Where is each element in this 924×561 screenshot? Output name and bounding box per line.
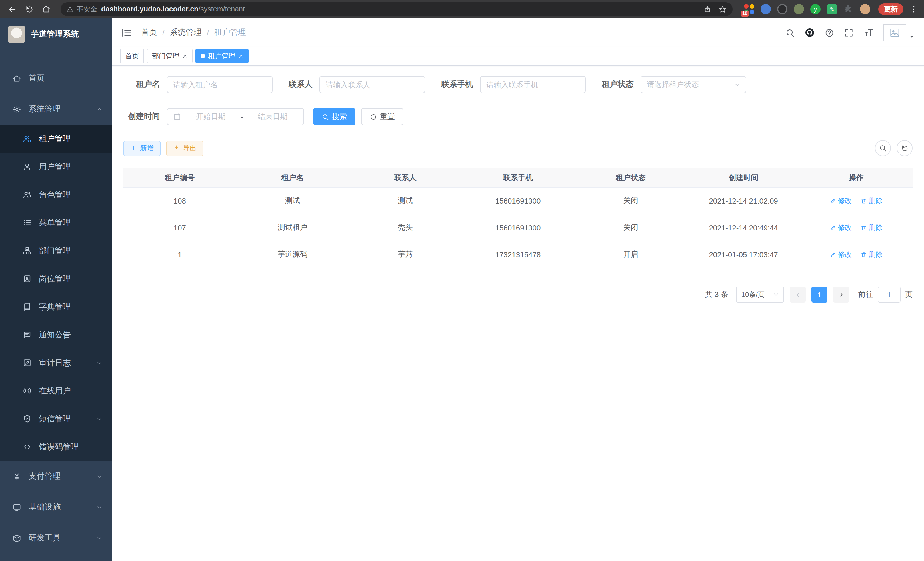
help-icon[interactable] xyxy=(825,28,834,38)
sidebar-item-error-codes[interactable]: 错误码管理 xyxy=(0,433,112,461)
app-logo[interactable]: 芋道管理系统 xyxy=(0,18,112,50)
github-icon[interactable] xyxy=(805,27,815,38)
contact-input[interactable] xyxy=(320,76,425,93)
home-icon[interactable] xyxy=(40,3,52,15)
extensions-puzzle-icon[interactable] xyxy=(843,4,854,14)
sidebar-item-label: 通知公告 xyxy=(39,330,71,340)
caret-down-icon xyxy=(909,34,915,40)
sidebar-item-departments[interactable]: 部门管理 xyxy=(0,237,112,265)
page-unit-label: 页 xyxy=(905,289,913,300)
sidebar-item-home[interactable]: 首页 xyxy=(0,63,112,94)
sidebar-item-dev-tools[interactable]: 研发工具 xyxy=(0,523,112,553)
search-button[interactable]: 搜索 xyxy=(313,108,356,125)
sidebar-item-label: 租户管理 xyxy=(39,134,71,144)
sidebar-item-dictionary[interactable]: 字典管理 xyxy=(0,293,112,321)
log-icon xyxy=(23,359,32,367)
sidebar-item-label: 研发工具 xyxy=(28,533,61,543)
chevron-up-icon xyxy=(96,106,103,113)
sidebar-item-system[interactable]: 系统管理 xyxy=(0,94,112,125)
fullscreen-icon[interactable] xyxy=(844,28,854,38)
edit-link[interactable]: 修改 xyxy=(830,223,852,232)
sidebar-item-users[interactable]: 用户管理 xyxy=(0,153,112,181)
delete-link[interactable]: 删除 xyxy=(861,196,883,206)
bookmark-star-icon[interactable] xyxy=(718,5,727,14)
toggle-search-button[interactable] xyxy=(875,140,891,156)
edit-link[interactable]: 修改 xyxy=(830,250,852,259)
address-bar[interactable]: 不安全 dashboard.yudao.iocoder.cn/system/te… xyxy=(61,2,733,16)
col-status: 租户状态 xyxy=(574,168,687,187)
font-size-icon[interactable] xyxy=(863,27,874,38)
sidebar-item-infrastructure[interactable]: 基础设施 xyxy=(0,492,112,523)
col-phone: 联系手机 xyxy=(462,168,574,187)
phone-input[interactable] xyxy=(480,76,586,93)
tab-tenant[interactable]: 租户管理 xyxy=(195,49,249,63)
back-icon[interactable] xyxy=(6,3,18,15)
trash-icon xyxy=(861,251,867,258)
sidebar-item-audit-log[interactable]: 审计日志 xyxy=(0,349,112,377)
edit-link[interactable]: 修改 xyxy=(830,196,852,206)
delete-link[interactable]: 删除 xyxy=(861,223,883,232)
tab-departments[interactable]: 部门管理 xyxy=(147,49,193,63)
export-button[interactable]: 导出 xyxy=(166,140,203,156)
sidebar-item-label: 在线用户 xyxy=(39,386,71,396)
refresh-table-button[interactable] xyxy=(897,140,913,156)
close-icon[interactable] xyxy=(238,53,243,59)
tab-home[interactable]: 首页 xyxy=(120,49,144,63)
search-icon xyxy=(879,144,887,152)
home-icon xyxy=(13,74,21,83)
goto-page-input[interactable] xyxy=(878,287,901,302)
sidebar-item-payment[interactable]: 支付管理 xyxy=(0,461,112,492)
sidebar-item-tenant[interactable]: 租户管理 xyxy=(0,125,112,153)
search-icon xyxy=(322,113,329,120)
plus-icon xyxy=(130,145,137,152)
extension-badge: 10 xyxy=(741,11,749,17)
sidebar-item-online-users[interactable]: 在线用户 xyxy=(0,377,112,405)
sidebar-item-positions[interactable]: 岗位管理 xyxy=(0,265,112,293)
breadcrumb-system[interactable]: 系统管理 xyxy=(170,27,202,38)
create-time-label: 创建时间 xyxy=(123,111,160,122)
header-search-icon[interactable] xyxy=(785,28,795,38)
delete-link[interactable]: 删除 xyxy=(861,250,883,259)
next-page-button[interactable] xyxy=(833,287,849,302)
browser-chrome: 不安全 dashboard.yudao.iocoder.cn/system/te… xyxy=(0,0,924,18)
close-icon[interactable] xyxy=(182,53,188,59)
prev-page-button[interactable] xyxy=(790,287,806,302)
security-chip[interactable]: 不安全 xyxy=(66,4,97,14)
date-range-picker[interactable]: 开始日期 - 结束日期 xyxy=(167,108,304,125)
tags-view: 首页 部门管理 租户管理 xyxy=(112,47,924,66)
breadcrumb-current: 租户管理 xyxy=(214,27,246,38)
sidebar-item-label: 岗位管理 xyxy=(39,274,71,284)
extension-olive-icon[interactable] xyxy=(794,4,804,14)
page-number-1[interactable]: 1 xyxy=(812,287,827,302)
sidebar-item-notice[interactable]: 通知公告 xyxy=(0,321,112,349)
extension-green-circle-icon[interactable]: y xyxy=(810,4,820,14)
book-icon xyxy=(23,302,32,311)
cell-phone: 15601691300 xyxy=(462,187,574,214)
reset-button[interactable]: 重置 xyxy=(361,108,404,125)
status-select[interactable]: 请选择租户状态 xyxy=(640,76,746,93)
browser-menu-icon[interactable] xyxy=(909,5,918,14)
cell-actions: 修改删除 xyxy=(800,214,913,241)
browser-update-button[interactable]: 更新 xyxy=(878,3,903,15)
page-size-select[interactable]: 10条/页 xyxy=(736,287,784,302)
breadcrumb-home[interactable]: 首页 xyxy=(141,27,157,38)
tenant-name-input[interactable] xyxy=(167,76,273,93)
reload-icon[interactable] xyxy=(23,3,35,15)
table-header-row: 租户编号 租户名 联系人 联系手机 租户状态 创建时间 操作 xyxy=(123,168,913,187)
filter-row-2: 创建时间 开始日期 - 结束日期 搜索 重置 xyxy=(123,108,913,125)
sidebar-item-sms[interactable]: 短信管理 xyxy=(0,405,112,433)
sidebar-item-menus[interactable]: 菜单管理 xyxy=(0,209,112,237)
extension-blue-icon[interactable] xyxy=(760,4,771,14)
sidebar-item-roles[interactable]: 角色管理 xyxy=(0,181,112,209)
extension-grid-icon[interactable]: 10 xyxy=(744,4,754,14)
extension-chat-icon[interactable]: ✎ xyxy=(827,4,837,14)
sidebar-collapse-icon[interactable] xyxy=(121,27,132,38)
user-avatar[interactable] xyxy=(884,24,915,41)
add-button[interactable]: 新增 xyxy=(123,140,160,156)
chevron-down-icon xyxy=(734,81,741,88)
cell-contact: 芋艿 xyxy=(349,241,462,268)
share-icon[interactable] xyxy=(704,5,711,13)
extension-dark-ring-icon[interactable] xyxy=(777,4,788,14)
profile-avatar-icon[interactable] xyxy=(860,4,870,14)
tab-label: 部门管理 xyxy=(152,51,179,61)
